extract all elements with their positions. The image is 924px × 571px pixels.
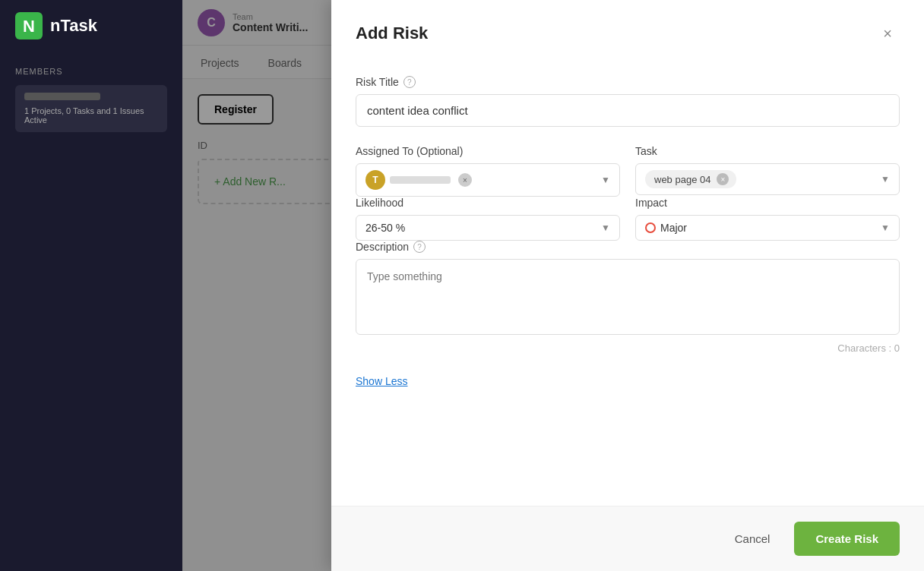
likelihood-impact-row: Likelihood 26-50 % ▼ Impact Major ▼ — [356, 197, 900, 241]
main-content: C Team Content Writi... C Workspace Proj… — [182, 0, 924, 571]
likelihood-select[interactable]: 26-50 % ▼ — [356, 215, 620, 241]
member-status: 1 Projects, 0 Tasks and 1 Issues Active — [24, 106, 158, 125]
sidebar-members-section: MEMBERS 1 Projects, 0 Tasks and 1 Issues… — [0, 52, 182, 147]
description-help-icon[interactable]: ? — [413, 241, 426, 253]
assigned-to-label: Assigned To (Optional) — [356, 145, 620, 157]
app-name: nTask — [50, 16, 97, 36]
assigned-to-arrow-icon: ▼ — [601, 175, 610, 185]
add-risk-modal: Add Risk × Risk Title ? Assigned To (Opt… — [331, 0, 924, 571]
modal-title: Add Risk — [356, 24, 428, 43]
assigned-to-select[interactable]: T × ▼ — [356, 163, 620, 197]
task-select[interactable]: web page 04 × ▼ — [635, 163, 900, 195]
logo-area: N nTask — [0, 0, 182, 52]
assigned-to-group: Assigned To (Optional) T × ▼ — [356, 145, 620, 197]
assignee-avatar: T — [365, 170, 385, 190]
assignee-name-blur — [390, 176, 451, 184]
modal-close-button[interactable]: × — [875, 21, 900, 46]
description-label: Description ? — [356, 241, 900, 253]
task-arrow-icon: ▼ — [881, 174, 890, 185]
create-risk-button[interactable]: Create Risk — [794, 522, 900, 556]
task-tag: web page 04 × — [645, 170, 736, 188]
modal-header: Add Risk × — [331, 0, 924, 61]
show-less-link[interactable]: Show Less — [356, 375, 407, 387]
svg-text:N: N — [23, 17, 35, 36]
cancel-button[interactable]: Cancel — [723, 525, 783, 553]
members-label: MEMBERS — [15, 67, 167, 76]
description-group: Description ? Characters : 0 — [356, 241, 900, 354]
member-info-card: 1 Projects, 0 Tasks and 1 Issues Active — [15, 85, 167, 132]
assignee-remove-button[interactable]: × — [458, 173, 472, 187]
risk-title-group: Risk Title ? — [356, 76, 900, 127]
risk-title-help-icon[interactable]: ? — [403, 76, 416, 88]
likelihood-arrow-icon: ▼ — [601, 222, 610, 233]
impact-arrow-icon: ▼ — [881, 222, 890, 233]
impact-select[interactable]: Major ▼ — [635, 215, 900, 241]
risk-title-input[interactable] — [356, 94, 900, 127]
description-textarea[interactable] — [356, 259, 900, 335]
task-remove-button[interactable]: × — [717, 173, 729, 185]
char-count: Characters : 0 — [356, 342, 900, 354]
likelihood-label: Likelihood — [356, 197, 620, 209]
assigned-task-row: Assigned To (Optional) T × ▼ Task — [356, 145, 900, 197]
app-logo-icon: N — [15, 12, 43, 39]
impact-label: Impact — [635, 197, 900, 209]
task-label: Task — [635, 145, 900, 157]
member-name-blur — [24, 93, 100, 100]
likelihood-value: 26-50 % — [365, 222, 405, 234]
task-name: web page 04 — [654, 174, 710, 185]
impact-value: Major — [660, 222, 687, 234]
risk-title-label: Risk Title ? — [356, 76, 900, 88]
impact-group: Impact Major ▼ — [635, 197, 900, 241]
modal-body: Risk Title ? Assigned To (Optional) T — [331, 61, 924, 506]
sidebar: N nTask MEMBERS 1 Projects, 0 Tasks and … — [0, 0, 182, 571]
likelihood-group: Likelihood 26-50 % ▼ — [356, 197, 620, 241]
impact-dot-icon — [645, 222, 656, 233]
modal-footer: Cancel Create Risk — [331, 506, 924, 571]
assignee-tag: T × — [365, 170, 472, 190]
task-group: Task web page 04 × ▼ — [635, 145, 900, 197]
